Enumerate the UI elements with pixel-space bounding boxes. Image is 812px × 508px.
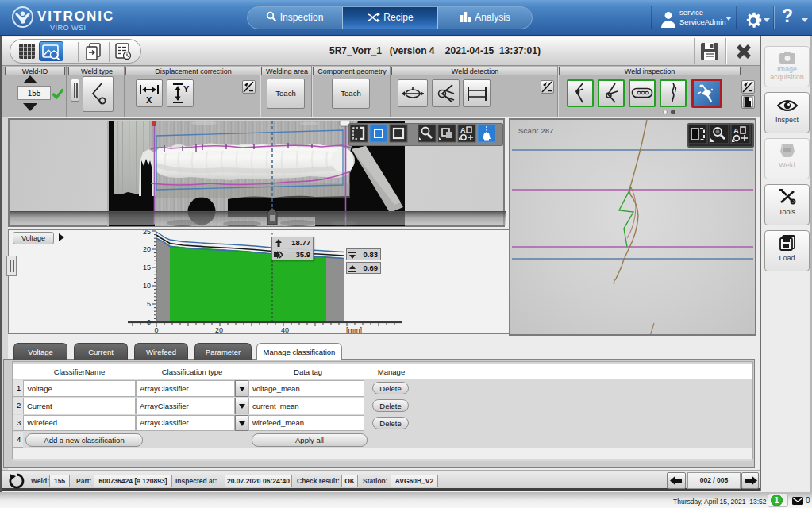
svg-text:A: A	[733, 126, 739, 135]
svg-text:X: X	[146, 95, 152, 104]
svg-text:5: 5	[147, 300, 151, 308]
svg-text:0: 0	[147, 318, 151, 326]
svg-text:A: A	[460, 126, 466, 134]
svg-text:Y: Y	[183, 84, 190, 94]
svg-text:15: 15	[143, 264, 151, 271]
svg-text:10: 10	[143, 282, 151, 290]
svg-text:40: 40	[281, 326, 289, 333]
svg-text:25: 25	[143, 230, 151, 236]
svg-text:20: 20	[143, 245, 151, 253]
svg-text:[mm]: [mm]	[346, 326, 362, 333]
svg-text:20: 20	[215, 326, 223, 333]
svg-text:0: 0	[154, 326, 158, 333]
